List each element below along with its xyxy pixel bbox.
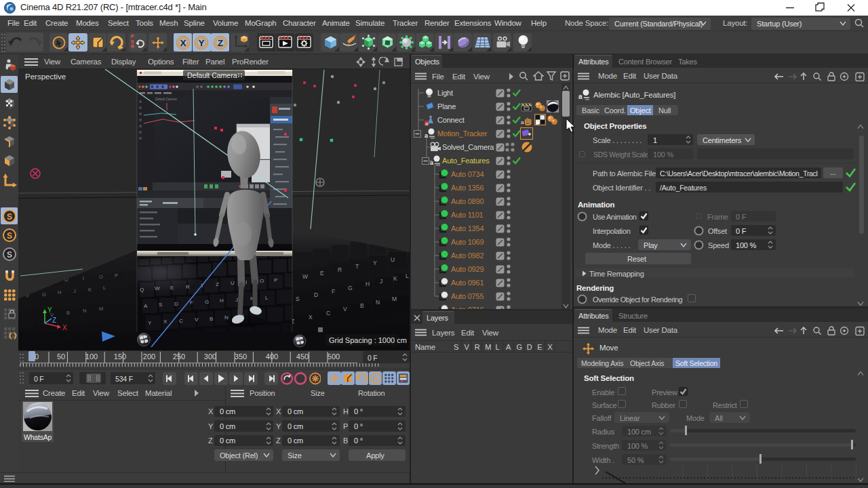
svg-text:X: X — [62, 324, 67, 331]
svg-text:T: T — [355, 263, 359, 270]
svg-text:C: C — [326, 310, 330, 317]
svg-text:H: H — [58, 289, 61, 296]
svg-text:Grid Spacing : 1000 cm: Grid Spacing : 1000 cm — [329, 336, 407, 344]
svg-text:V: V — [343, 306, 347, 312]
svg-text:100: 100 — [85, 352, 98, 361]
svg-text:J: J — [73, 288, 76, 294]
svg-text:S: S — [6, 211, 12, 221]
svg-text:Y: Y — [47, 306, 52, 314]
svg-text:350: 350 — [235, 352, 247, 361]
svg-text:Default Camera: Default Camera — [155, 98, 177, 101]
svg-text:a: a — [430, 159, 434, 166]
svg-text:Z: Z — [218, 37, 223, 47]
svg-text:300: 300 — [204, 352, 216, 361]
svg-text:J: J — [380, 278, 382, 285]
svg-text:a: a — [578, 93, 583, 100]
svg-text:X: X — [163, 319, 167, 325]
svg-text:Z: Z — [216, 281, 219, 287]
svg-text:P: P — [274, 277, 277, 283]
svg-text:G: G — [348, 285, 353, 291]
svg-text:K: K — [88, 287, 92, 293]
svg-text:I: I — [83, 275, 84, 281]
svg-text:P: P — [115, 272, 118, 279]
svg-text:B: B — [66, 310, 70, 316]
svg-text:O: O — [260, 278, 264, 284]
svg-text:R: R — [338, 266, 342, 273]
svg-text:B: B — [360, 302, 364, 309]
svg-text:D: D — [314, 291, 318, 298]
svg-text:450: 450 — [296, 352, 309, 361]
svg-text:K: K — [393, 275, 397, 282]
svg-text:A: A — [144, 303, 148, 309]
svg-text:W: W — [302, 273, 308, 280]
svg-text:a: a — [521, 119, 524, 125]
svg-text:150: 150 — [114, 352, 126, 361]
svg-text:H: H — [366, 281, 370, 287]
svg-text:B: B — [210, 316, 213, 322]
svg-text:L: L — [406, 272, 409, 279]
svg-text:U: U — [231, 280, 235, 286]
svg-text:Z: Z — [52, 317, 56, 324]
svg-text:H: H — [220, 298, 224, 304]
svg-text:Perspective: Perspective — [25, 73, 66, 81]
svg-text:Y: Y — [148, 320, 152, 326]
svg-text:C: C — [179, 318, 183, 324]
svg-text:Y: Y — [373, 260, 377, 266]
svg-text:S: S — [296, 296, 300, 302]
svg-text:F: F — [332, 288, 335, 295]
svg-text:V: V — [195, 317, 199, 323]
svg-text:J: J — [235, 297, 238, 303]
svg-text:G: G — [42, 291, 46, 298]
svg-text:X: X — [309, 314, 313, 321]
svg-text:U: U — [391, 256, 395, 263]
svg-text:I: I — [245, 279, 247, 285]
svg-text:G: G — [205, 299, 209, 305]
svg-text:S: S — [6, 230, 12, 240]
svg-text:50: 50 — [57, 352, 65, 361]
svg-text:Default Camera: Default Camera — [187, 71, 237, 79]
svg-text:N: N — [376, 299, 380, 306]
svg-text:E: E — [320, 270, 324, 277]
svg-text:a: a — [425, 132, 429, 139]
svg-text:S: S — [159, 302, 162, 308]
svg-text:P: P — [373, 375, 378, 382]
svg-text:M: M — [99, 306, 103, 312]
svg-text:Y: Y — [199, 37, 205, 47]
svg-text:L: L — [103, 285, 106, 291]
svg-text:500: 500 — [328, 352, 340, 361]
svg-text:L: L — [265, 295, 269, 301]
svg-text:0: 0 — [35, 352, 39, 361]
svg-text:M: M — [392, 296, 397, 302]
svg-text:N: N — [83, 308, 86, 314]
svg-text:D: D — [174, 301, 178, 307]
svg-text:a: a — [536, 120, 539, 126]
svg-text:S: S — [6, 249, 12, 259]
svg-text:F: F — [190, 300, 193, 306]
svg-text:O: O — [99, 274, 103, 280]
svg-text:X: X — [180, 37, 186, 47]
svg-text:200: 200 — [143, 352, 155, 361]
